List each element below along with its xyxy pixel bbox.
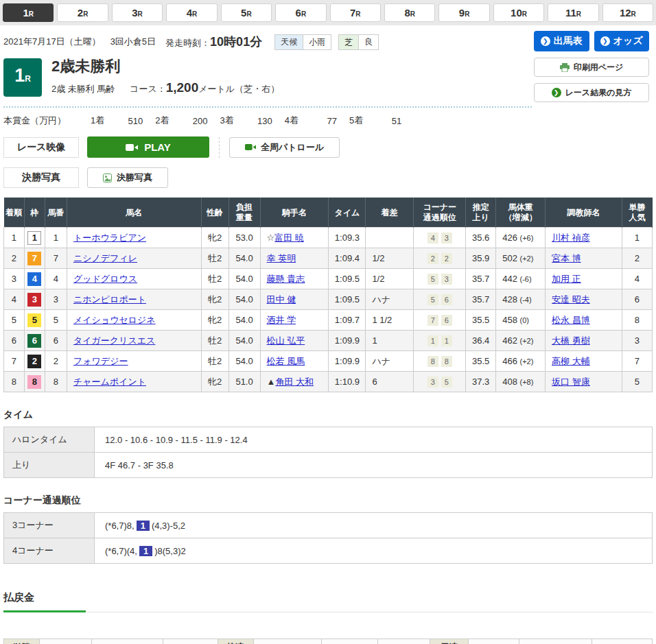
body-weight: 466 (502, 356, 517, 366)
time-table: ハロンタイム 12.0 - 10.6 - 10.9 - 11.5 - 11.9 … (3, 427, 653, 478)
time: 1:09.7 (329, 310, 366, 331)
start-time: 発走時刻：10時01分 (165, 34, 262, 50)
last-up-value: 4F 46.7 - 3F 35.8 (95, 453, 653, 478)
trainer-link[interactable]: 松永 昌博 (552, 315, 590, 325)
jockey-link[interactable]: 田中 健 (267, 294, 296, 305)
race-header: 1R 2歳未勝利 2歳 未勝利 馬齢 コース：1,200メートル（芝・右） (3, 58, 532, 108)
finish-position: 1 (4, 228, 25, 248)
jockey-link[interactable]: 富田 暁 (274, 232, 304, 243)
col-favorite: 単勝 人気 (622, 198, 652, 228)
sex-age: 牡2 (201, 331, 229, 351)
sex-age: 牝2 (201, 289, 229, 310)
trainer-link[interactable]: 加用 正 (552, 274, 581, 284)
horse-number: 7 (45, 248, 67, 269)
jockey-link[interactable]: 藤懸 貴志 (267, 274, 305, 284)
arrow-circle-icon: ❯ (600, 36, 610, 46)
tab-race-3[interactable]: 3R (112, 3, 163, 22)
corner-pass: 5 (427, 274, 438, 285)
horse-link[interactable]: タイガークリスエス (73, 335, 155, 346)
favorite-rank: 1 (622, 228, 652, 248)
tab-race-4[interactable]: 4R (166, 3, 217, 22)
trainer-link[interactable]: 宮本 博 (552, 253, 581, 263)
corner-pass: 1 (427, 335, 438, 346)
horse-link[interactable]: フォワデジー (73, 356, 128, 366)
horse-link[interactable]: ニホンピロポート (73, 294, 146, 305)
horse-link[interactable]: チャームポイント (73, 377, 146, 387)
tab-race-6[interactable]: 6R (275, 3, 326, 22)
col-sex-age: 性齢 (201, 198, 229, 228)
tab-race-10[interactable]: 10R (493, 3, 544, 22)
col-load: 負担 重量 (229, 198, 260, 228)
trainer-link[interactable]: 安達 昭夫 (552, 294, 590, 305)
load-weight: 53.0 (229, 228, 260, 248)
margin: 1/2 (366, 269, 414, 289)
sex-age: 牡2 (201, 351, 229, 372)
patrol-video-button[interactable]: 全周パトロール (229, 137, 340, 158)
time: 1:09.9 (329, 331, 366, 351)
horse-link[interactable]: グッドグロウス (73, 274, 137, 284)
tab-race-2[interactable]: 2R (57, 3, 108, 22)
favorite-rank: 7 (622, 351, 652, 372)
jockey-link[interactable]: 松山 弘平 (267, 335, 305, 346)
photo-icon (103, 174, 112, 182)
payout-table: 単勝 1 190円 1番人気 枠連 馬連 1-7 300円 1番人気 複勝 1 … (3, 639, 653, 644)
corner-pass: 4 (427, 232, 438, 243)
tab-race-12[interactable]: 12R (602, 3, 653, 22)
corner-pass: 2 (441, 253, 452, 264)
jockey-link[interactable]: 角田 大和 (275, 377, 314, 387)
time: 1:09.9 (329, 351, 366, 372)
tab-race-1[interactable]: 1R (3, 3, 54, 22)
tab-race-7[interactable]: 7R (330, 3, 381, 22)
body-weight-diff: (+2) (520, 254, 534, 263)
print-page-button[interactable]: 印刷用ページ (534, 58, 649, 77)
favorite-rank: 3 (622, 331, 652, 351)
video-camera-icon (126, 143, 138, 152)
last3f: 36.4 (466, 331, 496, 351)
tab-race-11[interactable]: 11R (548, 3, 598, 22)
jockey-link[interactable]: 酒井 学 (267, 315, 296, 325)
finish-photo-button[interactable]: 決勝写真 (87, 167, 168, 188)
play-button[interactable]: PLAY (87, 136, 209, 158)
corner-pass: 3 (441, 274, 452, 285)
body-weight: 426 (502, 232, 517, 243)
result-row: 4 3 3 ニホンピロポート 牝2 54.0 田中 健 1:09.5 ハナ 56… (4, 289, 653, 310)
jockey-link[interactable]: 松若 風馬 (267, 356, 305, 366)
corner-pass: 3 (427, 377, 438, 387)
result-row: 8 8 8 チャームポイント 牝2 51.0 ▲角田 大和 1:10.9 6 3… (4, 372, 653, 392)
trainer-link[interactable]: 坂口 智康 (552, 377, 590, 387)
divider (219, 137, 220, 158)
trainer-link[interactable]: 川村 禎彦 (552, 232, 590, 243)
horse-link[interactable]: メイショウセロジネ (73, 315, 156, 325)
prize-money-line: 本賞金（万円） 1着510 2着200 3着130 4着77 5着51 (3, 115, 653, 127)
last3f: 35.5 (466, 310, 496, 331)
quinella-amount: 300 (563, 642, 578, 644)
arrow-circle-icon: ❯ (541, 36, 550, 46)
shutuba-button[interactable]: ❯ 出馬表 (534, 31, 589, 51)
result-row: 7 2 2 フォワデジー 牡2 54.0 松若 風馬 1:09.9 ハナ 88 … (4, 351, 653, 372)
load-weight: 54.0 (229, 248, 260, 269)
finish-position: 3 (4, 269, 25, 289)
sex-age: 牝2 (201, 228, 229, 248)
horse-link[interactable]: トーホウラビアン (73, 232, 146, 243)
margin: 1 (366, 331, 414, 351)
jockey-link[interactable]: 幸 英明 (267, 253, 296, 263)
margin: 1/2 (366, 248, 414, 269)
last3f: 35.7 (466, 269, 496, 289)
result-row: 2 7 7 ニシノデフィレ 牡2 54.0 幸 英明 1:09.4 1/2 22… (4, 248, 653, 269)
trainer-link[interactable]: 大橋 勇樹 (552, 335, 590, 346)
frame-badge: 6 (27, 334, 41, 348)
horse-link[interactable]: ニシノデフィレ (73, 253, 137, 263)
bracket-quinella-popularity (378, 639, 430, 644)
tab-race-5[interactable]: 5R (221, 3, 272, 22)
race-conditions: 2歳 未勝利 馬齢 コース：1,200メートル（芝・右） (51, 80, 279, 95)
horse-number: 8 (45, 372, 67, 392)
odds-button[interactable]: ❯ オッズ (594, 31, 650, 51)
tab-race-8[interactable]: 8R (384, 3, 435, 22)
last3f: 35.9 (466, 248, 496, 269)
horse-number: 3 (45, 289, 67, 310)
trainer-link[interactable]: 高柳 大輔 (552, 356, 590, 366)
favorite-rank: 6 (622, 289, 652, 310)
tab-race-9[interactable]: 9R (438, 3, 489, 22)
results-guide-button[interactable]: ❯ レース結果の見方 (534, 83, 649, 102)
time: 1:09.4 (329, 248, 366, 269)
